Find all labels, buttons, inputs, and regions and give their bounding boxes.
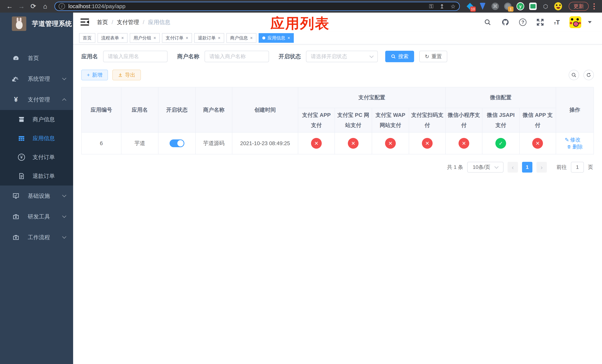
tag-refund-orders[interactable]: 退款订单× <box>194 33 224 43</box>
status-select[interactable]: 请选择开启状态 <box>306 51 378 62</box>
close-icon[interactable]: × <box>153 35 156 41</box>
password-key-icon[interactable]: ⚿ <box>429 3 433 10</box>
address-bar[interactable]: i localhost:1024/pay/app ⚿ ↥ ☆ <box>54 2 460 11</box>
close-icon[interactable]: × <box>218 35 220 41</box>
bookmark-star-icon[interactable]: ☆ <box>451 3 456 10</box>
edit-link[interactable]: ✎修改 <box>565 136 580 143</box>
sidebar-item-payment[interactable]: ¥ 支付管理 <box>0 89 73 110</box>
status-toggle[interactable] <box>170 139 184 147</box>
merchant-name-input[interactable] <box>204 51 269 62</box>
close-icon[interactable]: × <box>186 35 188 41</box>
sidebar-item-pay-orders[interactable]: ¥ 支付订单 <box>0 148 73 167</box>
page-1-button[interactable]: 1 <box>522 162 532 172</box>
col-created: 创建时间 <box>232 87 298 132</box>
home-icon[interactable]: ⌂ <box>40 1 50 11</box>
export-button[interactable]: 导出 <box>112 70 141 80</box>
browser-toolbar: ← → ⟳ ⌂ i localhost:1024/pay/app ⚿ ↥ ☆ 1… <box>0 0 602 13</box>
main-header: 首页 / 支付管理 / 应用信息 ? тT <box>73 13 602 32</box>
briefcase-icon <box>12 233 20 241</box>
toggle-search-button[interactable] <box>569 70 579 80</box>
extension-diamond-icon[interactable]: 10 <box>466 2 474 10</box>
sidebar-item-app-info[interactable]: 应用信息 <box>0 129 73 148</box>
share-icon[interactable]: ↥ <box>440 3 444 10</box>
sidebar-item-infrastructure[interactable]: 基础设施 <box>0 185 73 206</box>
next-page-button[interactable]: › <box>537 162 547 172</box>
refresh-icon: ↻ <box>425 54 429 60</box>
sidebar-item-home[interactable]: 首页 <box>0 48 73 68</box>
cell-app-id: 6 <box>81 132 121 154</box>
url-text[interactable]: localhost:1024/pay/app <box>68 3 126 10</box>
prev-page-button[interactable]: ‹ <box>508 162 518 172</box>
breadcrumb-home[interactable]: 首页 <box>97 19 108 26</box>
plus-icon: + <box>87 72 90 78</box>
reload-icon[interactable]: ⟳ <box>28 1 39 11</box>
filter-form: 应用名 商户名称 开启状态 请选择开启状态 搜索 ↻ 重置 <box>81 51 594 62</box>
delete-link[interactable]: 删除 <box>567 143 583 150</box>
col-alipay-pc: 支付宝 PC 网站支付 <box>335 108 372 132</box>
user-avatar[interactable] <box>570 16 581 28</box>
close-icon[interactable]: × <box>288 35 290 41</box>
extension-kite-icon[interactable] <box>479 2 486 10</box>
alipay-qr-status-icon: ✕ <box>422 138 433 149</box>
browser-menu-icon[interactable] <box>593 3 595 10</box>
close-icon[interactable]: × <box>121 35 124 41</box>
pencil-icon: ✎ <box>565 137 569 143</box>
briefcase-icon <box>12 213 20 221</box>
cell-created: 2021-10-23 08:49:25 <box>232 132 298 154</box>
profile-avatar-icon[interactable] <box>554 2 562 10</box>
col-merchant: 商户名称 <box>195 87 232 132</box>
back-icon[interactable]: ← <box>4 1 15 11</box>
search-icon[interactable] <box>484 18 492 26</box>
sidebar-item-merchant-info[interactable]: 商户信息 <box>0 110 73 129</box>
chrome-update-button[interactable]: 更新 <box>569 2 589 11</box>
document-icon <box>18 172 25 180</box>
col-wechat-jsapi: 微信 JSAPI 支付 <box>482 108 519 132</box>
toolbar: + 新增 导出 <box>81 70 594 80</box>
sidebar-item-system[interactable]: 系统管理 <box>0 68 73 89</box>
sidebar-item-dev-tools[interactable]: 研发工具 <box>0 206 73 227</box>
tag-app-info[interactable]: 应用信息× <box>258 33 294 43</box>
app-logo[interactable]: 芋道管理系统 <box>0 13 73 35</box>
sidebar-item-refund-orders[interactable]: 退款订单 <box>0 167 73 185</box>
refresh-button[interactable] <box>583 70 594 80</box>
fullscreen-icon[interactable] <box>536 18 544 26</box>
search-button[interactable]: 搜索 <box>385 51 414 62</box>
col-app-name: 应用名 <box>121 87 159 132</box>
extension-y-icon[interactable]: y <box>516 2 524 10</box>
chevron-up-icon <box>62 98 66 103</box>
add-button[interactable]: + 新增 <box>81 70 108 80</box>
app-table: 应用编号 应用名 开启状态 商户名称 创建时间 支付宝配置 微信配置 操作 支付… <box>81 87 594 154</box>
extension-command-icon[interactable]: ⌘ <box>491 2 499 10</box>
chevron-down-icon <box>62 235 66 239</box>
site-info-icon[interactable]: i <box>59 3 65 10</box>
close-icon[interactable]: × <box>250 35 253 41</box>
sidebar-collapse-icon[interactable] <box>81 18 89 27</box>
breadcrumb-payment[interactable]: 支付管理 <box>117 19 139 26</box>
tag-process-form[interactable]: 流程表单× <box>97 33 128 43</box>
extension-chat-icon[interactable] <box>529 2 537 10</box>
group-wechat-config: 微信配置 <box>446 87 556 108</box>
page-size-select[interactable]: 10条/页 <box>467 162 504 172</box>
chevron-down-icon <box>494 165 499 169</box>
col-wechat-mini: 微信小程序支付 <box>446 108 482 132</box>
goto-page-input[interactable] <box>571 162 584 172</box>
font-size-icon[interactable]: тT <box>554 19 560 26</box>
tag-home[interactable]: 首页 <box>79 33 95 43</box>
breadcrumb: 首页 / 支付管理 / 应用信息 <box>97 19 170 26</box>
reset-button[interactable]: ↻ 重置 <box>419 51 447 62</box>
sidebar-item-workflow[interactable]: 工作流程 <box>0 227 73 248</box>
chevron-down-icon <box>62 76 66 80</box>
alipay-wap-status-icon: ✕ <box>385 138 396 149</box>
wechat-mini-status-icon: ✕ <box>459 138 469 149</box>
app-name-input[interactable] <box>103 51 168 62</box>
tag-merchant-info[interactable]: 商户信息× <box>226 33 256 43</box>
tag-pay-orders[interactable]: 支付订单× <box>162 33 192 43</box>
extensions-puzzle-icon[interactable]: ⬡ <box>542 2 549 10</box>
extension-recorder-icon[interactable]: 1 <box>504 2 512 10</box>
shop-icon <box>18 116 25 123</box>
tag-user-group[interactable]: 用户分组× <box>130 33 160 43</box>
github-icon[interactable] <box>501 18 509 26</box>
help-icon[interactable]: ? <box>519 19 527 26</box>
forward-icon[interactable]: → <box>16 1 27 11</box>
avatar-caret-icon[interactable] <box>588 21 592 23</box>
